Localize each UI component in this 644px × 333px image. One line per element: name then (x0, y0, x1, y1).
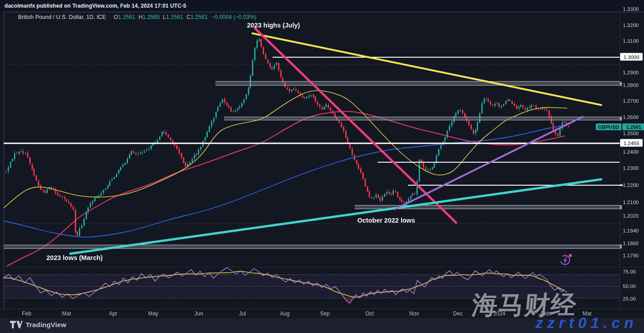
close-label: C (187, 14, 191, 20)
price-axis-label: 1.2500 (623, 131, 639, 136)
price-line-tag-1-2455: 1.2455 (620, 139, 643, 147)
time-axis-label: Oct (365, 310, 374, 317)
tradingview-logo-icon (10, 321, 23, 328)
tradingview-attribution[interactable]: TradingView (10, 321, 66, 328)
price-line-tag-1-3000: 1.3000 (620, 53, 643, 61)
time-axis-label: Apr (109, 310, 118, 317)
flash-idea-icon[interactable] (559, 253, 573, 268)
tradingview-brand-text: TradingView (26, 321, 66, 328)
time-axis-label: Jul (239, 310, 246, 317)
time-axis-label: May (148, 310, 159, 317)
price-axis-label: 1.2100 (623, 200, 639, 205)
price-axis-label: 1.2600 (623, 114, 639, 120)
drawing-handle[interactable] (620, 205, 622, 210)
price-axis-label: 1.2300 (623, 165, 639, 171)
rsi-axis-label: 25.00 (623, 296, 636, 301)
change-value: −0.0004 (−0.03%) (211, 14, 256, 20)
open-value: 1.2561 (118, 14, 135, 20)
time-axis-label: Jun (194, 310, 203, 317)
last-price-badge: 1.2561 (622, 123, 644, 130)
price-axis-label: 1.2200 (623, 182, 639, 188)
time-axis-label: Aug (280, 310, 289, 317)
drawing-handle[interactable] (620, 82, 622, 86)
rsi-axis-label: 75.00 (623, 269, 636, 274)
price-axis-label: 1.2400 (623, 149, 639, 155)
price-axis-label: 1.2020 (623, 213, 639, 219)
symbol-name-badge: GBPUSD (596, 123, 621, 130)
drawing-handle[interactable] (620, 117, 622, 121)
symbol-legend[interactable]: British Pound / U.S. Dollar, 1D, ICEO1.2… (18, 14, 256, 20)
last-price-tag: GBPUSD 1.2561 (596, 123, 644, 130)
low-value: 1.2561 (166, 14, 183, 20)
watermark-site-url: zzrt01.cn (535, 314, 638, 332)
drawing-handle[interactable] (620, 245, 622, 249)
rsi-axis-label: 50.00 (623, 283, 636, 289)
price-axis-label: 1.2700 (623, 98, 639, 104)
tradingview-chart-screenshot: dacolmanfx published on TradingView.com,… (0, 0, 644, 333)
price-axis-label: 1.1790 (623, 253, 639, 258)
price-axis-label: 1.2900 (623, 70, 639, 75)
price-chart-canvas[interactable] (0, 0, 644, 333)
price-axis-label: 1.3200 (623, 23, 639, 28)
time-axis-label: Dec (453, 310, 462, 317)
symbol-title: British Pound / U.S. Dollar, 1D, ICE (18, 14, 106, 20)
close-value: 1.2561 (191, 14, 208, 20)
high-label: H (138, 14, 142, 20)
axis-white-tick (620, 185, 623, 186)
price-axis-label: 1.3100 (623, 38, 639, 44)
time-axis-label: Feb (22, 310, 32, 317)
annotation-october-2022-lows[interactable]: October 2022 lows (357, 217, 415, 224)
price-axis-label: 1.1860 (623, 241, 639, 246)
open-label: O (114, 14, 118, 20)
price-axis-label: 1.3300 (623, 6, 639, 12)
time-axis-label: Mar (62, 310, 72, 317)
time-axis-label: Sep (320, 310, 329, 317)
high-value: 1.2565 (142, 14, 160, 20)
annotation-2023-lows[interactable]: 2023 lows (March) (46, 254, 103, 261)
price-axis-label: 1.1940 (623, 228, 639, 233)
time-axis-label: Nov (409, 310, 419, 317)
annotation-2023-highs[interactable]: 2023 highs (July) (247, 22, 300, 29)
price-axis-label: 1.2800 (623, 82, 639, 88)
